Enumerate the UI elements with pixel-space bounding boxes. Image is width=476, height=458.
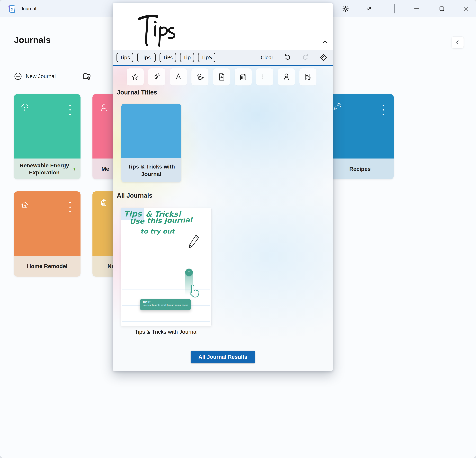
checklist-pen-icon [304, 73, 312, 81]
result-title: Tips & Tricks with Journal [126, 163, 176, 177]
all-journal-results-button[interactable]: All Journal Results [191, 351, 255, 363]
new-journal-button[interactable]: New Journal [14, 71, 56, 81]
card-title: Renewable Energy Exploration [18, 162, 71, 176]
suggestion-chip[interactable]: Tip [180, 53, 194, 62]
close-icon [463, 6, 469, 12]
chevron-left-icon [455, 40, 460, 45]
tooltip-body: Use your finger to scroll through journa… [143, 304, 188, 306]
home-icon [20, 200, 29, 209]
collapse-search-button[interactable] [321, 38, 329, 45]
scroll-up-indicator [185, 268, 193, 276]
handwriting-canvas[interactable] [113, 3, 333, 50]
highlighter-icon [153, 73, 161, 81]
app-window: Journal Journals New Journal [0, 0, 476, 458]
party-popper-icon [332, 102, 342, 111]
page-title: Journals [14, 35, 51, 45]
journal-title-result[interactable]: Tips & Tricks with Journal [121, 104, 181, 182]
titlebar-divider [394, 4, 395, 13]
pen-illustration [187, 233, 200, 250]
section-all-journals: All Journals [117, 192, 153, 199]
person-icon [282, 73, 291, 81]
gear-icon [342, 5, 349, 12]
card-title: Recipes [349, 165, 371, 173]
suggestion-chip[interactable]: Tips. [137, 53, 155, 62]
page-handwriting-line2: to try out [140, 228, 175, 235]
filter-pdf-button[interactable] [213, 69, 230, 86]
cloud-lightning-icon [20, 103, 29, 112]
app-title: Journal [21, 0, 36, 17]
settings-button[interactable] [339, 2, 352, 15]
close-button[interactable] [459, 2, 473, 15]
filter-row [127, 69, 316, 86]
tooltip-title: TRY IT! [143, 301, 188, 303]
suggestion-chip[interactable]: Tips [117, 53, 133, 62]
suggestion-chip[interactable]: TipS [198, 53, 215, 62]
list-icon [261, 73, 269, 81]
card-menu-button[interactable] [67, 201, 73, 213]
ink-panel-divider [113, 65, 333, 66]
journal-card-home-remodel[interactable]: Home Remodel [14, 191, 80, 277]
new-folder-button[interactable] [81, 71, 92, 82]
clear-button[interactable]: Clear [261, 54, 273, 60]
card-menu-button[interactable] [380, 104, 386, 116]
maximize-icon [439, 6, 445, 12]
try-it-tooltip: TRY IT! Use your finger to scroll throug… [140, 299, 191, 310]
page-handwriting-line1: Use this Journal [129, 216, 192, 225]
calendar-icon [239, 73, 247, 81]
filter-text-button[interactable] [170, 69, 187, 86]
card-title: Me [102, 165, 109, 173]
search-results-panel: Journal Titles Tips & Tricks with Journa… [113, 66, 333, 371]
new-journal-label: New Journal [26, 73, 56, 79]
results-divider [117, 343, 329, 343]
shapes-pen-icon [196, 73, 204, 81]
minimize-button[interactable] [410, 2, 423, 15]
journal-card-recipes[interactable]: Recipes [326, 94, 394, 179]
filter-highlight-button[interactable] [148, 69, 165, 86]
filter-drawings-button[interactable] [191, 69, 208, 86]
handwritten-query-tips [137, 13, 179, 47]
section-journal-titles: Journal Titles [117, 89, 157, 96]
filter-lists-button[interactable] [256, 69, 273, 86]
plus-circle-icon [14, 72, 22, 80]
person-icon [100, 104, 108, 112]
hand-gesture-icon [186, 283, 202, 301]
minimize-icon [414, 6, 420, 12]
search-overlay: Tips Tips. TiPs Tip TipS Clear [113, 3, 333, 371]
backpack-icon [99, 198, 108, 207]
card-menu-button[interactable] [67, 104, 73, 116]
filter-favorites-button[interactable] [127, 69, 144, 86]
pdf-icon [217, 73, 226, 81]
eraser-button[interactable] [320, 54, 327, 61]
maximize-button[interactable] [435, 2, 448, 15]
seedling-emoji [72, 166, 76, 172]
filter-people-button[interactable] [278, 69, 295, 86]
chevron-up-icon [321, 39, 329, 45]
star-icon [131, 73, 139, 81]
collapse-panel-button[interactable] [452, 36, 464, 48]
suggestion-chip[interactable]: TiPs [160, 53, 176, 62]
page-result-caption: Tips & Tricks with Journal [121, 329, 212, 335]
expand-icon [366, 5, 373, 12]
filter-forms-button[interactable] [299, 69, 316, 86]
filter-dates-button[interactable] [235, 69, 252, 86]
text-icon [174, 73, 183, 81]
card-title: Home Remodel [27, 263, 68, 270]
undo-button[interactable] [284, 54, 291, 61]
suggestion-bar: Tips Tips. TiPs Tip TipS Clear [113, 50, 333, 65]
expand-button[interactable] [363, 2, 376, 15]
journal-card-renewable-energy[interactable]: Renewable Energy Exploration [14, 94, 80, 179]
redo-button[interactable] [302, 54, 309, 61]
journal-page-result[interactable]: Use this Journal to try out Tips & Trick… [121, 208, 212, 326]
journal-app-icon [7, 4, 16, 13]
folder-plus-icon [82, 71, 91, 81]
